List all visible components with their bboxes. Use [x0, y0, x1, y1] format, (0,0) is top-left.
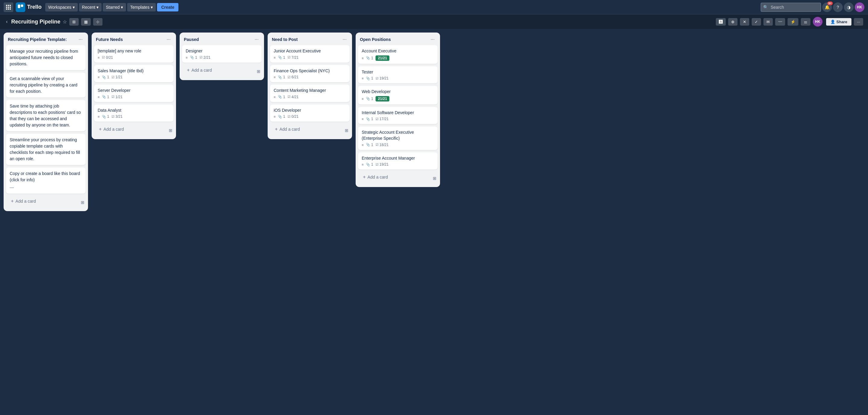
list-menu-button[interactable]: ···: [253, 36, 260, 43]
add-card-button[interactable]: +Add a card: [95, 124, 127, 134]
card-title: Internal Software Developer: [362, 110, 434, 116]
list-item[interactable]: Get a scannable view of your recruiting …: [6, 73, 86, 98]
create-button[interactable]: Create: [157, 3, 179, 11]
atlassian-button[interactable]: 🅰: [716, 18, 726, 26]
list-item[interactable]: Data Analyst≡📎1☑3/21: [94, 104, 174, 122]
list-item[interactable]: Server Developer≡📎1☑1/21: [94, 84, 174, 102]
list-item[interactable]: Designer≡📎1☑2/21: [182, 45, 261, 63]
help-button[interactable]: ?: [833, 2, 843, 12]
checkbox-icon: ☑: [375, 163, 378, 167]
card-checklist-meta: ≡: [274, 115, 276, 118]
checkbox-icon: ☑: [287, 56, 290, 59]
menu-icon: ≡: [98, 115, 99, 118]
trello-logo[interactable]: Trello: [16, 2, 41, 12]
card-checklist-meta: ≡: [98, 115, 99, 118]
attachment-count: 1: [371, 162, 373, 167]
list-item[interactable]: Junior Account Executive≡📎1☑7/21: [270, 45, 350, 63]
list-item[interactable]: Sales Manager (title tbd)≡📎1☑1/21: [94, 65, 174, 82]
list-item[interactable]: iOS Developer≡📎1☑0/21: [270, 104, 350, 122]
wave-button[interactable]: 〰: [775, 18, 785, 26]
card-checklist-meta: ≡: [98, 95, 99, 99]
plus-icon: +: [187, 67, 190, 73]
list-item[interactable]: Copy or create a board like this board (…: [6, 167, 86, 194]
mail-button[interactable]: ✉: [764, 18, 773, 26]
checklist-count: 0/21: [106, 56, 113, 60]
card-attachment-meta: 📎1: [366, 117, 373, 121]
create-from-template-button[interactable]: ⊞: [80, 199, 86, 206]
list-item[interactable]: Content Marketing Manager≡📎1☑4/21: [270, 84, 350, 102]
list-item[interactable]: [template] any new role≡☑0/21: [94, 45, 174, 63]
board-title: Recruiting Pipeline: [11, 19, 60, 25]
notification-badge: 9+: [827, 1, 833, 5]
list-header-template: Recruiting Pipeline Template:···: [4, 33, 88, 45]
add-card-button[interactable]: +Add a card: [271, 124, 304, 134]
theme-toggle-button[interactable]: ◑: [844, 2, 854, 12]
recent-button[interactable]: Recent ▾: [79, 3, 101, 11]
list-item[interactable]: Manage your recruiting pipeline from ant…: [6, 45, 86, 70]
add-card-button[interactable]: +Add a card: [7, 196, 39, 206]
create-from-template-button[interactable]: ⊞: [432, 175, 438, 182]
cross-icon-btn[interactable]: ✕: [740, 18, 749, 26]
card-attachment-meta: 📎1: [190, 56, 197, 60]
menu-icon: ≡: [362, 56, 364, 60]
card-checklist-count-meta: ☑2/21: [199, 56, 210, 60]
check-icon-btn[interactable]: ✓: [752, 18, 761, 26]
list-item[interactable]: Streamline your process by creating copi…: [6, 134, 86, 165]
back-button[interactable]: ‹: [5, 18, 9, 26]
filter-button[interactable]: ⚌: [801, 18, 810, 26]
add-card-button[interactable]: +Add a card: [183, 65, 216, 75]
starred-button[interactable]: Starred ▾: [103, 3, 126, 11]
search-input[interactable]: [761, 3, 821, 12]
visibility-button[interactable]: ⊞: [69, 18, 79, 26]
board-content: Recruiting Pipeline Template:···Manage y…: [0, 29, 868, 415]
list-menu-button[interactable]: ···: [78, 36, 84, 43]
card-meta: ≡📎1☑3/21: [98, 114, 170, 119]
create-from-template-button[interactable]: ⊞: [344, 127, 350, 134]
star-icon[interactable]: ☆: [63, 19, 67, 25]
notification-button[interactable]: 🔔 9+: [822, 2, 832, 12]
list-item[interactable]: Enterprise Account Manager≡📎1☑19/21: [358, 152, 438, 170]
customize-button[interactable]: ⊹: [93, 18, 102, 26]
list-item[interactable]: Tester≡📎1☑19/21: [358, 66, 438, 84]
paperclip-icon: 📎: [278, 95, 282, 99]
list-item[interactable]: Account Executive≡📎121/21: [358, 45, 438, 64]
create-from-template-button[interactable]: ⊞: [167, 127, 174, 134]
list-cards: [template] any new role≡☑0/21Sales Manag…: [92, 45, 176, 124]
list-item[interactable]: Internal Software Developer≡📎1☑17/21: [358, 107, 438, 125]
card-checklist-meta: ≡: [98, 75, 99, 79]
more-options-button[interactable]: ···: [854, 18, 863, 26]
plus-icon: +: [99, 127, 101, 132]
menu-icon: ≡: [362, 143, 364, 147]
power-ups-button[interactable]: ⊕: [728, 18, 738, 26]
list-menu-button[interactable]: ···: [165, 36, 172, 43]
templates-button[interactable]: Templates ▾: [127, 3, 156, 11]
user-avatar[interactable]: HK: [855, 2, 864, 12]
list-menu-button[interactable]: ···: [430, 36, 436, 43]
theme-icon: ◑: [847, 5, 850, 10]
list-item[interactable]: Web Developer≡📎121/21: [358, 86, 438, 104]
list-item[interactable]: Save time by attaching job descriptions …: [6, 100, 86, 131]
card-meta: ≡📎1☑7/21: [274, 56, 346, 60]
list-paused: Paused···Designer≡📎1☑2/21+Add a card⊞: [180, 33, 264, 80]
grid-icon: [6, 5, 11, 10]
table-view-button[interactable]: ▦: [81, 18, 91, 26]
cross-icon: ✕: [743, 20, 746, 24]
checklist-count: 6/21: [291, 75, 299, 79]
paperclip-icon: 📎: [190, 56, 194, 59]
board-user-avatar[interactable]: HK: [813, 17, 823, 27]
share-button[interactable]: 👤 Share: [826, 18, 851, 26]
list-item[interactable]: Strategic Account Executive (Enterprise …: [358, 127, 438, 150]
card-checklist-count-meta: ☑1/21: [112, 75, 122, 79]
list-menu-button[interactable]: ···: [341, 36, 348, 43]
grid-menu-button[interactable]: [4, 2, 13, 12]
add-card-label: Add a card: [279, 127, 300, 132]
create-from-template-button[interactable]: ⊞: [255, 68, 261, 75]
add-card-button[interactable]: +Add a card: [359, 172, 392, 182]
list-item[interactable]: Finance Ops Specialist (NYC)≡📎1☑6/21: [270, 65, 350, 82]
card-meta: ≡📎1☑0/21: [274, 114, 346, 119]
checkbox-icon: ☑: [287, 115, 290, 119]
lightning-button[interactable]: ⚡: [787, 18, 798, 26]
workspaces-button[interactable]: Workspaces ▾: [45, 3, 78, 11]
paperclip-icon: 📎: [278, 115, 282, 119]
list-cards: Account Executive≡📎121/21Tester≡📎1☑19/21…: [355, 45, 440, 172]
